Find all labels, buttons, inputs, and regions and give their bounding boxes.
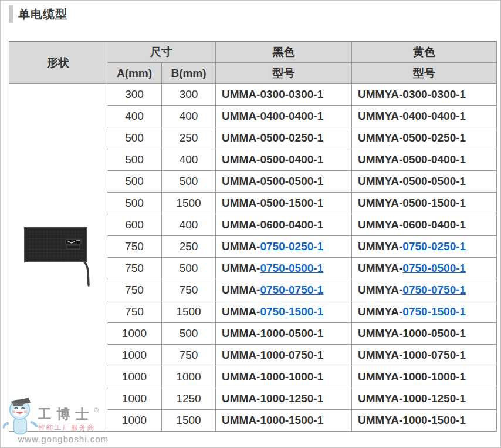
model-prefix: UMMYA- — [358, 132, 402, 144]
model-prefix: UMMYA- — [358, 197, 402, 209]
model-code-link[interactable]: 0750-0500-1 — [260, 262, 323, 274]
dim-a-cell: 500 — [107, 171, 162, 193]
dim-b-cell: 250 — [162, 236, 216, 258]
yellow-model-cell: UMMYA-0750-1500-1 — [352, 301, 497, 323]
model-code: 0500-0500-1 — [402, 175, 466, 187]
model-code: 1000-1250-1 — [402, 392, 466, 405]
dim-b-cell: 500 — [162, 258, 216, 279]
model-code: 1000-1500-1 — [260, 414, 323, 426]
dim-a-cell: 500 — [107, 127, 162, 149]
model-code: 1000-0750-1 — [402, 349, 466, 361]
model-code-link[interactable]: 0750-1500-1 — [260, 305, 323, 318]
dim-a-cell: 1000 — [107, 345, 162, 366]
dim-a-cell: 400 — [107, 106, 162, 127]
model-code: 1000-0500-1 — [260, 327, 323, 339]
dim-a-cell: 750 — [107, 258, 162, 279]
yellow-model-cell: UMMYA-1000-0750-1 — [352, 345, 497, 366]
model-code: 0300-0300-1 — [402, 88, 466, 100]
model-code: 0600-0400-1 — [402, 218, 466, 231]
dim-a-cell: 1000 — [107, 410, 162, 432]
yellow-model-cell: UMMYA-0500-0500-1 — [352, 171, 497, 193]
cable — [84, 262, 89, 285]
dim-a-cell: 500 — [107, 149, 162, 171]
model-prefix: UMMA- — [222, 218, 260, 231]
model-code-link[interactable]: 0750-0750-1 — [402, 284, 466, 296]
model-code-link[interactable]: 0750-0500-1 — [402, 262, 466, 274]
model-prefix: UMMA- — [222, 110, 260, 122]
model-code: 0500-0250-1 — [260, 132, 323, 144]
model-prefix: UMMYA- — [358, 284, 402, 296]
title-accent-bar — [9, 5, 13, 23]
model-code-link[interactable]: 0750-0250-1 — [402, 240, 466, 252]
model-prefix: UMMA- — [222, 327, 260, 339]
model-code-link[interactable]: 0750-1500-1 — [402, 305, 466, 318]
model-prefix: UMMYA- — [358, 349, 402, 361]
col-header-yellow: 黄色 — [352, 42, 497, 63]
yellow-model-cell: UMMYA-1000-1000-1 — [352, 366, 497, 388]
dim-a-cell: 750 — [107, 236, 162, 258]
model-prefix: UMMYA- — [358, 327, 402, 339]
model-prefix: UMMYA- — [358, 218, 402, 231]
dim-a-cell: 300 — [107, 84, 162, 106]
model-prefix: UMMA- — [222, 414, 260, 426]
dim-b-cell: 1250 — [162, 388, 216, 410]
dim-a-cell: 750 — [107, 301, 162, 323]
dim-a-cell: 500 — [107, 193, 162, 214]
black-model-cell: UMMA-0500-1500-1 — [216, 193, 352, 214]
model-code: 0400-0400-1 — [260, 110, 323, 122]
dim-b-cell: 400 — [162, 106, 216, 127]
yellow-model-cell: UMMYA-0750-0750-1 — [352, 279, 497, 301]
dim-b-cell: 500 — [162, 323, 216, 345]
model-prefix: UMMA- — [222, 392, 260, 405]
model-prefix: UMMA- — [222, 88, 260, 100]
yellow-model-cell: UMMYA-1000-0500-1 — [352, 323, 497, 345]
dim-b-cell: 400 — [162, 214, 216, 236]
col-header-shape: 形状 — [9, 42, 107, 84]
section-title-block: 单电缆型 — [9, 5, 67, 23]
page-title: 单电缆型 — [18, 6, 67, 22]
model-prefix: UMMA- — [222, 349, 260, 361]
dim-a-cell: 600 — [107, 214, 162, 236]
model-code: 1000-0750-1 — [260, 349, 323, 361]
dim-b-cell: 1500 — [162, 193, 216, 214]
dim-b-cell: 300 — [162, 84, 216, 106]
header-row-1: 形状 尺寸 黑色 黄色 — [9, 42, 497, 63]
black-model-cell: UMMA-0750-1500-1 — [216, 301, 352, 323]
model-prefix: UMMYA- — [358, 110, 402, 122]
model-code: 0600-0400-1 — [260, 218, 323, 231]
watermark-url: www.gongboshi.com — [18, 434, 109, 444]
model-code-link[interactable]: 0750-0250-1 — [260, 240, 323, 252]
black-model-cell: UMMA-0400-0400-1 — [216, 106, 352, 127]
yellow-model-cell: UMMYA-0400-0400-1 — [352, 106, 497, 127]
page: 单电缆型 形状 尺寸 黑色 黄色 A(mm) B(mm) 型号 型号 — [0, 0, 501, 448]
model-code: 0500-0400-1 — [260, 153, 323, 166]
model-code: 1000-1500-1 — [402, 414, 466, 426]
model-prefix: UMMYA- — [358, 392, 402, 405]
model-prefix: UMMYA- — [358, 305, 402, 318]
yellow-model-cell: UMMYA-0500-0400-1 — [352, 149, 497, 171]
dim-b-cell: 1500 — [162, 301, 216, 323]
black-model-cell: UMMA-0500-0500-1 — [216, 171, 352, 193]
model-code-link[interactable]: 0750-0750-1 — [260, 284, 323, 296]
table-row: 300 300 UMMA-0300-0300-1 UMMYA-0300-0300… — [9, 84, 497, 106]
mat-surface — [25, 228, 87, 262]
dim-b-cell: 750 — [162, 279, 216, 301]
model-prefix: UMMA- — [222, 153, 260, 166]
dim-a-cell: 1000 — [107, 388, 162, 410]
col-header-dim-b: B(mm) — [162, 63, 216, 84]
yellow-model-cell: UMMYA-1000-1500-1 — [352, 410, 497, 432]
spec-table: 形状 尺寸 黑色 黄色 A(mm) B(mm) 型号 型号 — [9, 41, 497, 432]
dim-b-cell: 1000 — [162, 366, 216, 388]
black-model-cell: UMMA-0750-0250-1 — [216, 236, 352, 258]
model-prefix: UMMA- — [222, 305, 260, 318]
col-header-size: 尺寸 — [107, 42, 216, 63]
yellow-model-cell: UMMYA-0500-0250-1 — [352, 127, 497, 149]
yellow-model-cell: UMMYA-0750-0500-1 — [352, 258, 497, 279]
model-code: 0500-0500-1 — [260, 175, 323, 187]
dim-b-cell: 750 — [162, 345, 216, 366]
yellow-model-cell: UMMYA-0600-0400-1 — [352, 214, 497, 236]
dim-b-cell: 500 — [162, 171, 216, 193]
model-prefix: UMMA- — [222, 284, 260, 296]
black-model-cell: UMMA-1000-0500-1 — [216, 323, 352, 345]
col-header-black-model: 型号 — [216, 63, 352, 84]
